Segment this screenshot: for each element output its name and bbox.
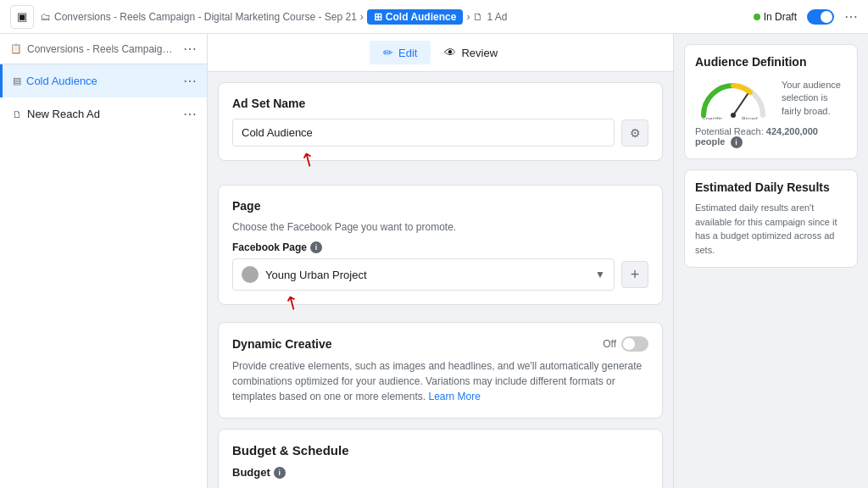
gauge-container: Specific Broad Your audience selection i… (695, 77, 847, 119)
svg-point-1 (731, 113, 736, 118)
status-dot (754, 14, 760, 20)
toggle-knob (821, 11, 832, 23)
dynamic-creative-toggle[interactable] (621, 336, 648, 352)
chevron-down-icon: ▼ (595, 269, 605, 280)
reach-text: Potential Reach: 424,200,000 people i (695, 126, 847, 148)
breadcrumb-active[interactable]: ⊞ Cold Audience (367, 9, 464, 25)
adset-name-row: ⚙ ↖ (232, 119, 648, 147)
facebook-page-select[interactable]: Young Urban Project ▼ ↖ (232, 258, 615, 291)
page-section-subtitle: Choose the Facebook Page you want to pro… (232, 221, 648, 233)
audience-definition-section: Audience Definition (684, 44, 858, 159)
breadcrumb-sep: › (360, 11, 364, 23)
specific-label: Specific (702, 116, 723, 119)
right-panel: Audience Definition (673, 34, 868, 488)
status-badge: In Draft (754, 11, 797, 23)
dynamic-creative-header: Dynamic Creative Off (232, 336, 648, 352)
dynamic-creative-status: Off (603, 338, 616, 350)
topbar-menu-dots[interactable]: ⋯ (844, 8, 858, 25)
gauge-svg: Specific Broad (695, 77, 771, 119)
draft-toggle[interactable] (807, 9, 834, 25)
dynamic-creative-desc: Provide creative elements, such as image… (232, 358, 648, 404)
estimated-title: Estimated Daily Results (695, 180, 847, 194)
edit-toolbar: ✏ Edit 👁 Review (208, 34, 673, 72)
sidebar: 📋 Conversions - Reels Campaign - Digita.… (0, 34, 208, 488)
ad-icon: 🗋 (473, 11, 483, 23)
reach-info-icon[interactable]: i (731, 136, 743, 148)
facebook-page-row: Young Urban Project ▼ ↖ + (232, 258, 648, 291)
edit-icon: ✏ (383, 46, 393, 59)
facebook-page-label: Facebook Page i (232, 241, 648, 253)
breadcrumb-folder: 🗂 Conversions - Reels Campaign - Digital… (41, 11, 357, 23)
budget-info-icon[interactable]: i (274, 467, 286, 479)
budget-title: Budget & Schedule (232, 443, 648, 458)
estimated-daily-section: Estimated Daily Results Estimated daily … (684, 169, 858, 268)
review-button[interactable]: 👁 Review (431, 41, 511, 64)
dynamic-creative-title: Dynamic Creative (232, 337, 332, 351)
campaign-dots[interactable]: ⋯ (183, 41, 197, 57)
audience-definition-title: Audience Definition (695, 55, 847, 69)
page-section-title: Page (232, 199, 648, 213)
arrow-annotation-2: ↖ (280, 289, 304, 316)
broad-label: Broad (742, 116, 758, 119)
grid-icon: ⊞ (374, 11, 382, 23)
gauge-wrap: Specific Broad (695, 77, 771, 119)
panel-toggle-icon[interactable]: ▣ (10, 5, 34, 29)
budget-label: Budget i (232, 466, 648, 479)
adset-name-card: Ad Set Name ⚙ ↖ (218, 82, 663, 161)
page-avatar (242, 266, 259, 283)
review-icon: 👁 (444, 46, 456, 59)
ad-icon-sidebar: 🗋 (13, 109, 22, 119)
adset-dots-2[interactable]: ⋯ (183, 106, 197, 122)
sidebar-campaign: 📋 Conversions - Reels Campaign - Digita.… (0, 34, 207, 64)
adset-name-input[interactable] (232, 119, 615, 147)
adset-dots-1[interactable]: ⋯ (183, 73, 197, 89)
dynamic-creative-card: Dynamic Creative Off Provide creative el… (218, 322, 663, 419)
add-page-button[interactable]: + (621, 261, 648, 288)
top-bar-right: In Draft ⋯ (754, 8, 858, 25)
budget-schedule-card: Budget & Schedule Budget i Schedule i St… (218, 429, 663, 488)
estimated-desc: Estimated daily results aren't available… (695, 201, 847, 257)
page-card: Page Choose the Facebook Page you want t… (218, 185, 663, 305)
audience-desc: Your audience selection is fairly broad. (782, 79, 847, 118)
main-panel: ✏ Edit 👁 Review Ad Set Name ⚙ ↖ (208, 34, 673, 488)
sidebar-item-new-reach-ad[interactable]: 🗋 New Reach Ad ⋯ (0, 97, 207, 130)
breadcrumb-sep2: › (466, 11, 470, 23)
campaign-icon: 📋 (10, 43, 22, 54)
svg-line-0 (733, 94, 748, 115)
facebook-page-info-icon[interactable]: i (310, 241, 322, 253)
learn-more-link[interactable]: Learn More (428, 391, 480, 402)
gear-button[interactable]: ⚙ (621, 119, 648, 147)
dynamic-toggle-row: Off (603, 336, 648, 352)
breadcrumb: 🗂 Conversions - Reels Campaign - Digital… (41, 9, 747, 25)
breadcrumb-ad: 🗋 1 Ad (473, 11, 507, 23)
adset-section-title: Ad Set Name (232, 97, 648, 110)
sidebar-item-cold-audience[interactable]: ▤ Cold Audience ⋯ (0, 64, 207, 97)
toggle-knob-s (623, 338, 635, 350)
panel-icon: ▣ (17, 10, 27, 23)
folder-icon: 🗂 (41, 11, 51, 23)
breadcrumb-campaign: Conversions - Reels Campaign - Digital M… (54, 11, 357, 23)
edit-button[interactable]: ✏ Edit (370, 41, 431, 64)
arrow-annotation-1: ↖ (296, 146, 320, 173)
adset-icon-1: ▤ (13, 75, 21, 86)
